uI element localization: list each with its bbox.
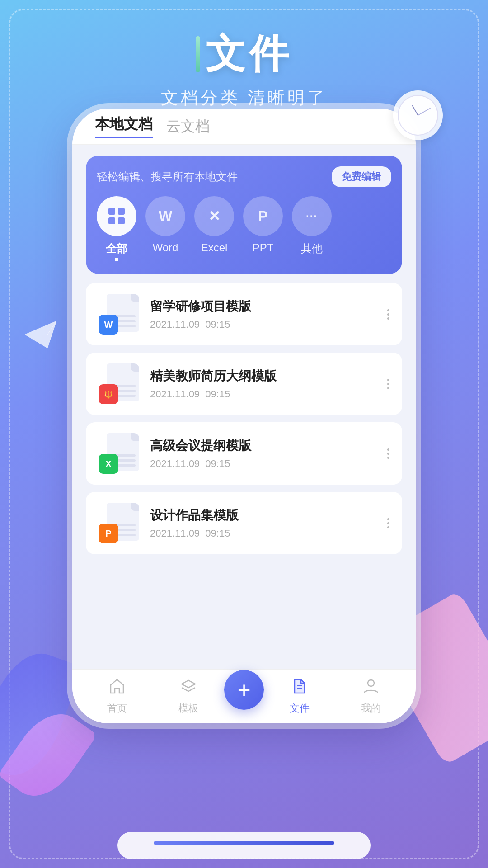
clock-widget xyxy=(393,90,443,140)
filter-icon-all xyxy=(97,196,136,236)
dot xyxy=(387,518,389,520)
accent-bar xyxy=(196,36,200,72)
nav-item-files[interactable]: 文件 xyxy=(264,678,335,715)
home-indicator xyxy=(154,841,334,845)
filter-label-word: Word xyxy=(153,241,178,254)
file-type-icon-ppt: P xyxy=(99,524,118,543)
file-list: W 留学研修项目模版 2021.11.09 09:15 xyxy=(72,274,416,669)
file-meta-2: 2021.11.09 09:15 xyxy=(150,388,376,400)
file-meta-3: 2021.11.09 09:15 xyxy=(150,458,376,470)
file-name-4: 设计作品集模版 xyxy=(150,507,376,524)
phone-screen: 本地文档 云文档 轻松编辑、搜寻所有本地文件 免费编辑 xyxy=(72,108,416,723)
filter-card-top: 轻松编辑、搜寻所有本地文件 免费编辑 xyxy=(97,166,391,187)
filter-icons-row: 全部 W Word ✕ Excel xyxy=(97,196,391,261)
layers-icon xyxy=(180,678,197,699)
dot xyxy=(387,383,389,385)
svg-marker-0 xyxy=(25,321,56,348)
free-edit-button[interactable]: 免费编辑 xyxy=(332,166,391,187)
nav-label-files: 文件 xyxy=(290,702,310,715)
filter-item-other[interactable]: ··· 其他 xyxy=(292,196,332,261)
file-icon-ppt: P xyxy=(99,503,139,543)
dot xyxy=(387,317,389,320)
filter-item-word[interactable]: W Word xyxy=(145,196,185,261)
file-more-button-1[interactable] xyxy=(387,309,389,320)
file-item-4[interactable]: P 设计作品集模版 2021.11.09 09:15 xyxy=(86,492,402,554)
nav-item-home[interactable]: 首页 xyxy=(81,678,153,715)
file-icon-word: W xyxy=(99,294,139,335)
filter-card: 轻松编辑、搜寻所有本地文件 免费编辑 全部 xyxy=(86,156,402,274)
dot xyxy=(387,453,389,455)
tab-cloud-documents[interactable]: 云文档 xyxy=(166,117,210,137)
filter-item-ppt[interactable]: P PPT xyxy=(243,196,283,261)
file-more-button-2[interactable] xyxy=(387,379,389,389)
filter-label-all: 全部 xyxy=(106,241,127,256)
nav-label-templates: 模板 xyxy=(178,702,198,715)
tab-bar: 本地文档 云文档 xyxy=(72,108,416,145)
nav-item-templates[interactable]: 模板 xyxy=(153,678,224,715)
file-icon-excel: X xyxy=(99,433,139,474)
phone-mockup: 本地文档 云文档 轻松编辑、搜寻所有本地文件 免费编辑 xyxy=(72,108,416,723)
file-type-icon-word: W xyxy=(99,315,118,335)
filter-item-excel[interactable]: ✕ Excel xyxy=(194,196,234,261)
file-icon xyxy=(291,678,308,699)
svg-rect-2 xyxy=(108,208,115,215)
file-item-1[interactable]: W 留学研修项目模版 2021.11.09 09:15 xyxy=(86,283,402,345)
page-title: 文件 xyxy=(206,27,292,81)
file-more-button-3[interactable] xyxy=(387,448,389,459)
filter-label-other: 其他 xyxy=(301,241,323,256)
nav-item-profile[interactable]: 我的 xyxy=(335,678,407,715)
filter-label-ppt: PPT xyxy=(253,241,274,254)
add-button[interactable]: + xyxy=(224,670,264,710)
home-icon xyxy=(108,678,126,699)
bottom-nav: 首页 模板 + xyxy=(72,669,416,723)
dot xyxy=(387,522,389,524)
plus-icon: + xyxy=(237,677,250,703)
dot xyxy=(387,457,389,459)
file-name-2: 精美教师简历大纲模版 xyxy=(150,368,376,385)
paper-plane-icon xyxy=(25,321,61,350)
active-indicator xyxy=(115,258,118,261)
filter-hint-text: 轻松编辑、搜寻所有本地文件 xyxy=(97,170,238,184)
dot xyxy=(387,526,389,528)
filter-label-excel: Excel xyxy=(201,241,228,254)
svg-rect-4 xyxy=(108,217,115,224)
dot xyxy=(387,387,389,389)
nav-label-profile: 我的 xyxy=(361,702,381,715)
person-icon xyxy=(362,678,380,699)
file-type-icon-excel: X xyxy=(99,454,118,474)
clock-minute-hand xyxy=(418,108,431,116)
file-info-1: 留学研修项目模版 2021.11.09 09:15 xyxy=(150,298,376,330)
dot xyxy=(387,313,389,316)
clock-face xyxy=(398,95,438,136)
dot xyxy=(387,448,389,451)
svg-point-8 xyxy=(368,680,374,686)
filter-icon-word: W xyxy=(145,196,185,236)
file-meta-4: 2021.11.09 09:15 xyxy=(150,528,376,539)
filter-icon-excel: ✕ xyxy=(194,196,234,236)
filter-icon-other: ··· xyxy=(292,196,332,236)
svg-rect-5 xyxy=(118,217,125,224)
nav-label-home: 首页 xyxy=(107,702,127,715)
file-type-icon-wps: 🔱 xyxy=(99,384,118,404)
header-title-row: 文件 xyxy=(0,27,488,81)
file-info-3: 高级会议提纲模版 2021.11.09 09:15 xyxy=(150,437,376,470)
dot xyxy=(387,309,389,311)
file-meta-1: 2021.11.09 09:15 xyxy=(150,319,376,330)
file-item-3[interactable]: X 高级会议提纲模版 2021.11.09 09:15 xyxy=(86,422,402,485)
home-indicator-base xyxy=(117,832,371,859)
filter-item-all[interactable]: 全部 xyxy=(97,196,136,261)
dot xyxy=(387,379,389,381)
file-more-button-4[interactable] xyxy=(387,518,389,528)
file-info-2: 精美教师简历大纲模版 2021.11.09 09:15 xyxy=(150,368,376,400)
file-name-1: 留学研修项目模版 xyxy=(150,298,376,315)
file-name-3: 高级会议提纲模版 xyxy=(150,437,376,454)
file-item-2[interactable]: 🔱 精美教师简历大纲模版 2021.11.09 09:15 xyxy=(86,353,402,415)
tab-local-documents[interactable]: 本地文档 xyxy=(95,114,153,138)
feather-blue xyxy=(0,642,83,786)
filter-icon-ppt: P xyxy=(243,196,283,236)
file-icon-wps: 🔱 xyxy=(99,363,139,404)
clock-hour-hand xyxy=(412,105,418,116)
file-info-4: 设计作品集模版 2021.11.09 09:15 xyxy=(150,507,376,539)
svg-rect-3 xyxy=(118,208,125,215)
